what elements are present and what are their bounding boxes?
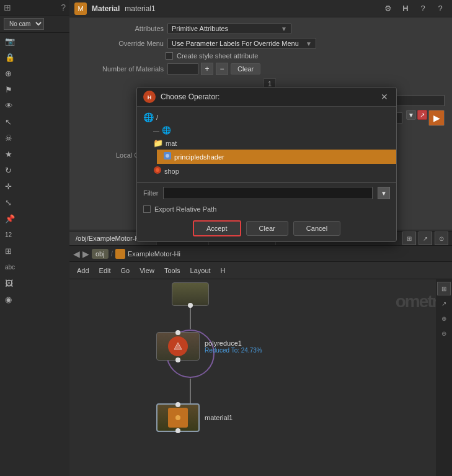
- export-relative-label: Export Relative Path: [154, 205, 216, 213]
- sidebar-icon-geo[interactable]: ◉: [0, 291, 69, 307]
- tree-item-shop[interactable]: shop: [147, 164, 396, 178]
- breadcrumb-forward-icon[interactable]: ▶: [82, 249, 89, 259]
- sidebar-icon-abc[interactable]: abc: [0, 259, 69, 275]
- topbar-gear-icon[interactable]: ⚙: [381, 2, 395, 16]
- override-menu-label: Override Menu: [77, 40, 164, 47]
- attributes-row: Attributes Primitive Attributes ▼: [69, 21, 452, 36]
- principledshader-label: principledshader: [174, 153, 224, 161]
- menu-layout[interactable]: Layout: [187, 266, 215, 276]
- svg-point-10: [166, 154, 169, 158]
- svg-point-6: [175, 415, 180, 420]
- sidebar-layout-icon[interactable]: ⊞: [4, 2, 11, 12]
- sidebar-help-icon[interactable]: ?: [61, 2, 66, 12]
- sidebar-icon-star[interactable]: ★: [0, 146, 69, 162]
- sidebar-icon-scale[interactable]: ⤡: [0, 194, 69, 210]
- tree-minus-icon: —: [153, 127, 159, 134]
- num-materials-input[interactable]: 1: [167, 63, 198, 74]
- menu-add[interactable]: Add: [73, 266, 93, 276]
- sidebar-icon-flag[interactable]: ⚑: [0, 81, 69, 97]
- sidebar-icon-move[interactable]: ✛: [0, 178, 69, 194]
- attributes-dropdown-arrow: ▼: [281, 25, 287, 32]
- breadcrumb-back-icon[interactable]: ◀: [73, 249, 80, 259]
- sidebar-icon-pin[interactable]: 📌: [0, 210, 69, 227]
- menu-view[interactable]: View: [136, 266, 158, 276]
- canvas-icon-home[interactable]: ⊞: [437, 282, 451, 295]
- export-relative-checkbox[interactable]: [143, 205, 151, 213]
- camera-select[interactable]: No cam: [4, 18, 44, 30]
- tab-right-icon2[interactable]: ↗: [419, 231, 432, 245]
- material-node-label: material1: [205, 414, 233, 421]
- material-node-label-area: material1: [205, 414, 233, 421]
- polyreduce-node[interactable]: polyreduce1 Reduced To: 24.73%: [156, 332, 262, 361]
- polyreduce-icon: [168, 336, 188, 356]
- menu-tools[interactable]: Tools: [161, 266, 184, 276]
- topbar-question-icon[interactable]: ?: [416, 2, 430, 16]
- dialog-clear-btn[interactable]: Clear: [246, 221, 288, 236]
- material-dropdown-btn[interactable]: ▼: [406, 110, 416, 120]
- attributes-dropdown[interactable]: Primitive Attributes ▼: [167, 23, 291, 34]
- sidebar-icon-lock[interactable]: 🔒: [0, 49, 69, 65]
- sidebar-icon-arrow[interactable]: ↖: [0, 114, 69, 130]
- sidebar-icon-camera[interactable]: 📷: [0, 33, 69, 49]
- accept-btn[interactable]: Accept: [193, 220, 241, 236]
- topbar-question2-icon[interactable]: ?: [433, 2, 447, 16]
- dialog-tree: 🌐 / — 🌐 📁 mat princi: [137, 107, 396, 182]
- num-materials-plus-btn[interactable]: +: [201, 63, 213, 75]
- tab-right-icon1[interactable]: ⊞: [402, 231, 416, 245]
- dialog-titlebar: H Choose Operator: ✕: [137, 88, 396, 107]
- material-right-icons: ▼ ↗ ▶: [406, 110, 445, 126]
- material-node[interactable]: material1: [156, 403, 233, 432]
- material-orange-btn[interactable]: ▶: [428, 110, 445, 126]
- tab-obj-label: /obj/ExampleMotor-Hi: [76, 235, 141, 242]
- canvas-icon-zoom-out[interactable]: ⊖: [437, 326, 451, 340]
- menu-h[interactable]: H: [217, 266, 229, 276]
- menu-edit[interactable]: Edit: [95, 266, 115, 276]
- top-node-dot-bottom: [188, 303, 193, 308]
- material-node-icon: [168, 408, 188, 428]
- sidebar-icon-skull[interactable]: ☠: [0, 130, 69, 146]
- tree-item-mat[interactable]: 📁 mat: [147, 137, 396, 150]
- dialog-close-btn[interactable]: ✕: [379, 91, 390, 102]
- canvas-icon-bookmark[interactable]: ↗: [437, 297, 451, 310]
- create-style-checkbox[interactable]: [166, 52, 173, 60]
- tree-shop-label: shop: [164, 168, 179, 175]
- breadcrumb-bar: ◀ ▶ obj / ExampleMotor-Hi: [69, 246, 452, 262]
- menu-go[interactable]: Go: [117, 266, 134, 276]
- polyreduce-label: polyreduce1: [205, 339, 262, 347]
- choose-operator-dialog[interactable]: H Choose Operator: ✕ 🌐 / — 🌐 📁 mat: [136, 87, 397, 242]
- sidebar-top-bar: ⊞ ?: [0, 0, 69, 16]
- polyreduce-dot-bottom: [175, 357, 180, 362]
- tree-item-root[interactable]: 🌐 /: [137, 110, 396, 124]
- sidebar-icon-grid[interactable]: ⊞: [0, 243, 69, 259]
- canvas-icon-zoom-in[interactable]: ⊕: [437, 312, 451, 325]
- left-sidebar: ⊞ ? No cam 📷 🔒 ⊕ ⚑ 👁 ↖ ☠ ★: [0, 0, 69, 476]
- shader-icon: [163, 151, 172, 162]
- tree-item-separator: — 🌐: [147, 124, 396, 137]
- globe-icon: 🌐: [143, 112, 154, 122]
- sidebar-icon-image[interactable]: 🖼: [0, 275, 69, 291]
- tree-item-principledshader[interactable]: principledshader: [157, 150, 396, 164]
- material-arrow-btn[interactable]: ↗: [417, 110, 427, 120]
- override-menu-dropdown[interactable]: Use Parameter Labels For Override Menu ▼: [167, 38, 316, 49]
- topbar-h-icon[interactable]: H: [399, 2, 412, 16]
- canvas-right-icons: ⊞ ↗ ⊕ ⊖: [436, 279, 452, 476]
- material-topbar: M Material material1 ⚙ H ? ?: [69, 0, 452, 17]
- sidebar-icon-rotate[interactable]: ↻: [0, 162, 69, 178]
- filter-dropdown-btn[interactable]: ▼: [378, 187, 390, 199]
- num-materials-clear-btn[interactable]: Clear: [231, 63, 260, 74]
- sidebar-icon-12[interactable]: 12: [0, 227, 69, 243]
- polyreduce-sublabel: Reduced To: 24.73%: [205, 347, 262, 354]
- filter-input[interactable]: [163, 187, 373, 199]
- num-materials-minus-btn[interactable]: −: [216, 63, 228, 75]
- node-editor: /obj/ExampleMotor-Hi ✕ Tree View ✕ Mater…: [69, 230, 452, 476]
- sidebar-icon-eye[interactable]: 👁: [0, 97, 69, 114]
- override-menu-dropdown-arrow: ▼: [306, 40, 312, 47]
- topbar-right-icons: ⚙ H ? ?: [381, 2, 447, 16]
- tree-separator-globe-icon: 🌐: [162, 126, 171, 135]
- breadcrumb-separator: /: [111, 249, 113, 258]
- sidebar-icon-center[interactable]: ⊕: [0, 65, 69, 81]
- material-app-icon: M: [74, 2, 87, 15]
- cancel-btn[interactable]: Cancel: [293, 221, 340, 236]
- tab-right-icon3[interactable]: ⊙: [435, 231, 448, 245]
- dialog-title: Choose Operator:: [161, 92, 374, 101]
